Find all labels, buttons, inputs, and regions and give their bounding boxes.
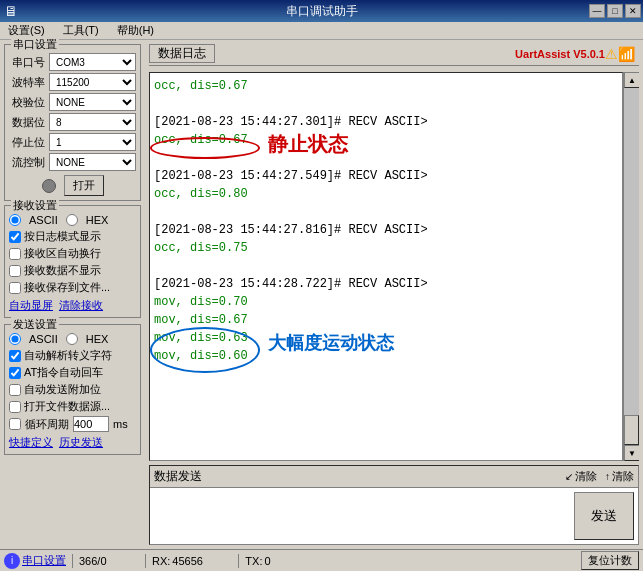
clear-btn-2[interactable]: ↑ 清除 bbox=[605, 469, 634, 484]
send-links-row: 快捷定义 历史发送 bbox=[9, 435, 136, 450]
status-icon: i bbox=[4, 553, 20, 569]
log-tab[interactable]: 数据日志 bbox=[149, 44, 215, 63]
send-textarea[interactable] bbox=[150, 488, 570, 544]
status-sep-1 bbox=[72, 554, 73, 568]
log-line-3: occ, dis=0.75 bbox=[154, 239, 618, 257]
open-file-checkbox[interactable] bbox=[9, 401, 21, 413]
send-button[interactable]: 发送 bbox=[574, 492, 634, 540]
clear-receive-link[interactable]: 清除接收 bbox=[59, 298, 103, 313]
log-scrollbar[interactable]: ▲ ▼ bbox=[623, 72, 639, 461]
minimize-button[interactable]: — bbox=[589, 4, 605, 18]
port-row: 串口号 COM3 bbox=[9, 53, 136, 71]
auto-run-label: 接收区自动换行 bbox=[24, 246, 101, 261]
at-auto-return-checkbox[interactable] bbox=[9, 367, 21, 379]
send-hex-radio[interactable] bbox=[66, 333, 78, 345]
loop-unit-label: ms bbox=[113, 418, 128, 430]
status-indicator bbox=[42, 179, 56, 193]
warn-icon[interactable]: ⚠ bbox=[605, 46, 618, 62]
log-line-blank-1 bbox=[154, 149, 618, 167]
display-mode-checkbox[interactable] bbox=[9, 231, 21, 243]
reset-count-button[interactable]: 复位计数 bbox=[581, 551, 639, 570]
loop-period-label: 循环周期 bbox=[25, 417, 69, 432]
auto-add-pos-checkbox[interactable] bbox=[9, 384, 21, 396]
app-icon: 🖥 bbox=[4, 3, 18, 19]
receive-format-row: ASCII HEX bbox=[9, 214, 136, 226]
stopbits-label: 停止位 bbox=[9, 135, 47, 150]
send-ascii-label: ASCII bbox=[29, 333, 58, 345]
log-line-blank-3 bbox=[154, 257, 618, 275]
log-line-1: occ, dis=0.67 bbox=[154, 131, 618, 149]
databits-row: 数据位 8 bbox=[9, 113, 136, 131]
flow-select[interactable]: NONE bbox=[49, 153, 136, 171]
ascii-radio[interactable] bbox=[9, 214, 21, 226]
send-tab[interactable]: 数据发送 bbox=[154, 468, 202, 485]
send-format-row: ASCII HEX bbox=[9, 333, 136, 345]
stopbits-row: 停止位 1 bbox=[9, 133, 136, 151]
send-ascii-radio[interactable] bbox=[9, 333, 21, 345]
parity-select[interactable]: NONE bbox=[49, 93, 136, 111]
clear-btn-1[interactable]: ↙ 清除 bbox=[565, 469, 597, 484]
send-header: 数据发送 ↙ 清除 ↑ 清除 bbox=[150, 466, 638, 488]
menu-tools[interactable]: 工具(T) bbox=[59, 22, 103, 39]
scroll-thumb[interactable] bbox=[624, 415, 639, 445]
send-input-area: 发送 bbox=[150, 488, 638, 544]
send-settings-section: 发送设置 ASCII HEX 自动解析转义字符 AT指令自动回车 自动发送附加位 bbox=[4, 324, 141, 455]
clear-arrow-icon-2: ↑ bbox=[605, 471, 610, 482]
status-sep-2 bbox=[145, 554, 146, 568]
stopbits-select[interactable]: 1 bbox=[49, 133, 136, 151]
flow-row: 流控制 NONE bbox=[9, 153, 136, 171]
open-file-row: 打开文件数据源... bbox=[9, 399, 136, 414]
no-display-checkbox[interactable] bbox=[9, 265, 21, 277]
auto-convert-label: 自动解析转义字符 bbox=[24, 348, 112, 363]
auto-convert-checkbox[interactable] bbox=[9, 350, 21, 362]
scroll-up-arrow[interactable]: ▲ bbox=[624, 72, 639, 88]
history-send-link[interactable]: 历史发送 bbox=[59, 435, 103, 450]
log-line-blank-2 bbox=[154, 203, 618, 221]
signal-icon: 📶 bbox=[618, 46, 635, 62]
loop-value-input[interactable] bbox=[73, 416, 109, 432]
right-panel: 数据日志 UartAssist V5.0.1 ⚠ 📶 occ, dis=0.67… bbox=[145, 40, 643, 549]
log-inner: occ, dis=0.67 [2021-08-23 15:44:27.301]#… bbox=[149, 72, 639, 461]
auto-screen-link[interactable]: 自动显屏 bbox=[9, 298, 53, 313]
rx-label: RX: bbox=[152, 555, 170, 567]
window-controls: — □ ✕ bbox=[589, 4, 641, 18]
tx-label: TX: bbox=[245, 555, 262, 567]
serial-settings-section: 串口设置 串口号 COM3 波特率 115200 校验位 NONE 数 bbox=[4, 44, 141, 201]
log-line-5: mov, dis=0.67 bbox=[154, 311, 618, 329]
auto-add-pos-label: 自动发送附加位 bbox=[24, 382, 101, 397]
log-area: occ, dis=0.67 [2021-08-23 15:44:27.301]#… bbox=[149, 72, 623, 461]
menu-bar: 设置(S) 工具(T) 帮助(H) bbox=[0, 22, 643, 40]
log-line-4: mov, dis=0.70 bbox=[154, 293, 618, 311]
clear-btn-2-label: 清除 bbox=[612, 469, 634, 484]
baud-row: 波特率 115200 bbox=[9, 73, 136, 91]
send-area: 数据发送 ↙ 清除 ↑ 清除 发送 bbox=[149, 465, 639, 545]
serial-settings-link[interactable]: 串口设置 bbox=[22, 553, 66, 568]
save-file-checkbox[interactable] bbox=[9, 282, 21, 294]
uart-version: UartAssist V5.0.1 bbox=[515, 48, 605, 60]
close-button[interactable]: ✕ bbox=[625, 4, 641, 18]
log-line-7: mov, dis=0.60 bbox=[154, 347, 618, 365]
auto-run-checkbox[interactable] bbox=[9, 248, 21, 260]
quick-set-link[interactable]: 快捷定义 bbox=[9, 435, 53, 450]
title-bar: 🖥 串口调试助手 — □ ✕ bbox=[0, 0, 643, 22]
scroll-down-arrow[interactable]: ▼ bbox=[624, 445, 639, 461]
hex-radio[interactable] bbox=[66, 214, 78, 226]
baud-select[interactable]: 115200 bbox=[49, 73, 136, 91]
log-line-blank-0 bbox=[154, 95, 618, 113]
at-auto-return-row: AT指令自动回车 bbox=[9, 365, 136, 380]
databits-select[interactable]: 8 bbox=[49, 113, 136, 131]
log-line-ts-3: [2021-08-23 15:44:27.816]# RECV ASCII> bbox=[154, 221, 618, 239]
status-bar: i 串口设置 366/0 RX: 45656 TX: 0 复位计数 bbox=[0, 549, 643, 571]
position-value: 366/0 bbox=[79, 555, 139, 567]
open-file-label: 打开文件数据源... bbox=[24, 399, 110, 414]
ascii-label: ASCII bbox=[29, 214, 58, 226]
loop-period-checkbox[interactable] bbox=[9, 418, 21, 430]
maximize-button[interactable]: □ bbox=[607, 4, 623, 18]
receive-links-row: 自动显屏 清除接收 bbox=[9, 298, 136, 313]
menu-help[interactable]: 帮助(H) bbox=[113, 22, 158, 39]
port-select[interactable]: COM3 bbox=[49, 53, 136, 71]
scroll-track[interactable] bbox=[624, 88, 639, 445]
open-port-button[interactable]: 打开 bbox=[64, 175, 104, 196]
log-line-ts-2: [2021-08-23 15:44:27.549]# RECV ASCII> bbox=[154, 167, 618, 185]
send-settings-title: 发送设置 bbox=[11, 317, 59, 332]
